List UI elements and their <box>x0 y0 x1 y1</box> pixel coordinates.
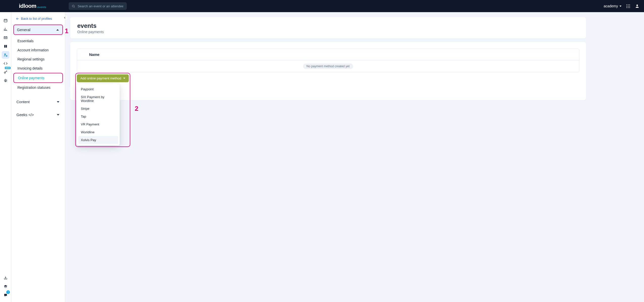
search-input[interactable] <box>77 4 124 8</box>
callout-dropdown: 2 Add online payment method Paypoint SIX… <box>75 73 130 147</box>
section-content-toggle[interactable]: Content <box>13 97 63 106</box>
svg-point-8 <box>626 7 627 8</box>
dropdown-item-tap[interactable]: Tap <box>78 113 118 120</box>
dropdown-item-stripe[interactable]: Stripe <box>78 105 118 113</box>
svg-line-28 <box>6 71 7 72</box>
dropdown-item-xolvis-pay[interactable]: Xolvis Pay <box>78 136 118 144</box>
rail-keys[interactable]: NEW <box>2 68 9 76</box>
user-profile-button[interactable] <box>635 4 639 8</box>
callout-1-number: 1 <box>65 27 68 35</box>
add-payment-method-button[interactable]: Add online payment method <box>77 74 129 82</box>
rail-academy[interactable] <box>2 283 9 290</box>
chevron-up-icon <box>56 28 59 32</box>
topbar: idloom events academy <box>0 0 644 12</box>
brand-name: idloom <box>19 3 36 9</box>
section-geeks-label: Geeks </> <box>16 113 34 117</box>
rail-mail[interactable] <box>2 34 9 41</box>
table-header: Name <box>77 49 579 60</box>
subnav-invoicing-details[interactable]: Invoicing details <box>13 64 63 73</box>
rail-help[interactable]: ? <box>2 291 9 299</box>
rail-docs[interactable] <box>2 42 9 50</box>
dropdown-item-paypoint[interactable]: Paypoint <box>78 85 118 93</box>
svg-point-3 <box>628 4 629 5</box>
dropdown-item-vr-payment[interactable]: VR Payment <box>78 120 118 128</box>
section-geeks-toggle[interactable]: Geeks </> <box>13 110 63 119</box>
page-header-card: events Online payments <box>70 17 586 38</box>
rail-profile-settings[interactable] <box>2 51 9 59</box>
content-card: Name No payment method created yet 2 Add… <box>70 42 586 100</box>
dropdown-item-six-payment[interactable]: SIX Payment by Wordline <box>78 93 118 105</box>
rail-calendar[interactable] <box>2 17 9 24</box>
svg-point-2 <box>626 4 627 5</box>
svg-rect-12 <box>4 19 7 22</box>
rail-reports[interactable] <box>2 25 9 33</box>
add-payment-method-label: Add online payment method <box>80 76 121 80</box>
general-sub-list: Essentials Account information Regional … <box>11 35 65 94</box>
chevron-down-icon <box>620 6 622 7</box>
section-content-label: Content <box>16 100 30 104</box>
svg-point-4 <box>629 4 630 5</box>
svg-point-10 <box>629 7 630 8</box>
payment-methods-table: Name No payment method created yet <box>77 49 579 72</box>
dropdown-wrap: 2 Add online payment method Paypoint SIX… <box>75 73 130 147</box>
section-general-toggle[interactable]: General <box>14 25 62 34</box>
back-link-label: Back to list of profiles <box>21 17 52 20</box>
subnav-essentials[interactable]: Essentials <box>13 36 63 46</box>
caret-down-icon <box>123 78 125 79</box>
arrow-left-icon <box>16 17 19 20</box>
account-label: academy <box>604 4 618 8</box>
back-to-profiles-link[interactable]: Back to list of profiles <box>11 16 65 25</box>
brand-logo[interactable]: idloom events <box>0 3 65 9</box>
svg-point-21 <box>6 55 7 56</box>
apps-grid-button[interactable] <box>626 4 630 8</box>
rail-code[interactable] <box>2 60 9 67</box>
svg-point-26 <box>4 72 6 73</box>
rail-checkin[interactable] <box>2 274 9 282</box>
section-general-label: General <box>17 28 30 32</box>
svg-point-6 <box>628 6 629 7</box>
svg-point-11 <box>636 5 638 6</box>
empty-state-pill: No payment method created yet <box>303 63 353 69</box>
collapse-nav-button[interactable] <box>63 16 67 20</box>
svg-line-1 <box>74 7 75 7</box>
subnav-regional-settings[interactable]: Regional settings <box>13 55 63 64</box>
new-badge: NEW <box>5 67 11 69</box>
search-icon <box>72 4 75 8</box>
search-box[interactable] <box>69 2 127 10</box>
brand-suffix: events <box>37 6 46 9</box>
rail-settings[interactable] <box>2 77 9 84</box>
icon-rail: NEW ? <box>0 12 11 302</box>
page-title: events <box>77 22 579 29</box>
callout-general-section: 1 General <box>13 25 63 35</box>
account-menu-button[interactable]: academy <box>604 4 622 8</box>
table-header-name: Name <box>89 52 100 57</box>
callout-2-number: 2 <box>135 105 138 113</box>
svg-point-5 <box>626 6 627 7</box>
svg-point-20 <box>4 54 6 55</box>
help-badge: ? <box>6 290 10 294</box>
chevron-down-icon <box>56 100 60 104</box>
subnav-online-payments[interactable]: Online payments <box>13 73 63 83</box>
main-content: events Online payments Name No payment m… <box>65 12 644 302</box>
svg-point-7 <box>629 6 630 7</box>
payment-method-dropdown-menu: Paypoint SIX Payment by Wordline Stripe … <box>77 84 120 145</box>
subnav-account-information[interactable]: Account information <box>13 46 63 55</box>
svg-point-0 <box>72 5 74 7</box>
secondary-nav: Back to list of profiles 1 General Essen… <box>11 12 65 302</box>
page-subtitle: Online payments <box>77 30 579 34</box>
svg-point-9 <box>628 7 629 8</box>
table-empty-row: No payment method created yet <box>77 60 579 72</box>
subnav-registration-statuses[interactable]: Registration statuses <box>13 83 63 92</box>
dropdown-item-worldline[interactable]: Worldline <box>78 128 118 136</box>
svg-point-29 <box>5 80 6 81</box>
chevron-down-icon <box>56 113 60 117</box>
